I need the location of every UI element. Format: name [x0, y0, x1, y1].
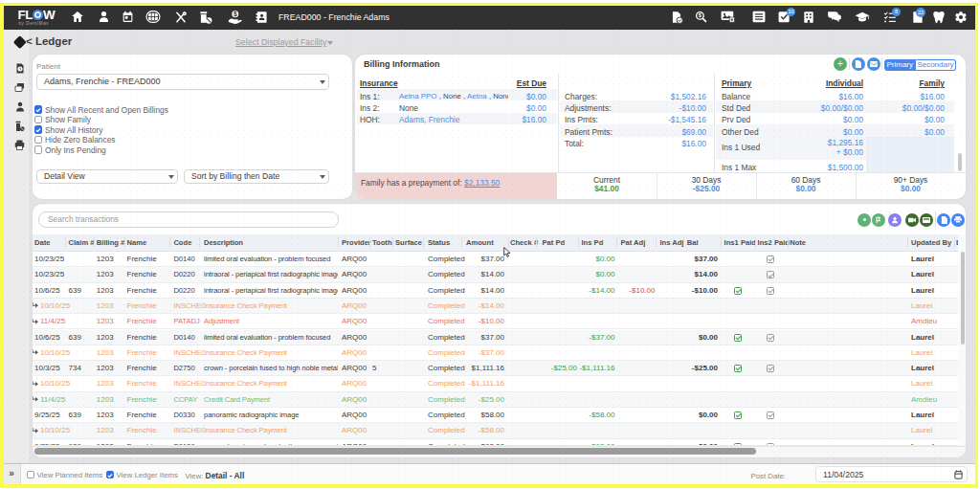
svg-text:$: $: [234, 11, 237, 18]
svg-text:$: $: [699, 12, 702, 18]
